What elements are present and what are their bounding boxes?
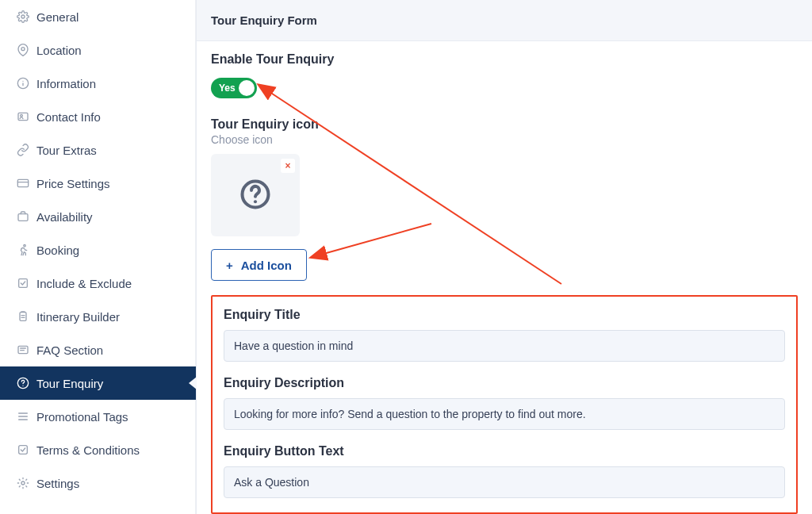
plus-icon: + [226, 259, 233, 272]
enquiry-fields-highlight-box: Enquiry Title Enquiry Description Enquir… [211, 295, 798, 514]
sidebar-item-tour-enquiry[interactable]: Tour Enquiry [0, 366, 196, 400]
sidebar-item-label: Tour Enquiry [36, 377, 103, 390]
sidebar-item-location[interactable]: Location [0, 33, 196, 67]
sidebar-item-label: Contact Info [36, 110, 101, 124]
enquiry-title-row: Enquiry Title [224, 308, 785, 362]
sidebar-item-terms-conditions[interactable]: Terms & Conditions [0, 433, 196, 466]
sidebar-item-label: Booking [36, 244, 79, 257]
section-header: Tour Enquiry Form [197, 0, 812, 41]
sidebar-item-label: Location [36, 44, 82, 57]
remove-icon-button[interactable]: × [281, 159, 295, 173]
sidebar-item-faq-section[interactable]: FAQ Section [0, 333, 196, 366]
contact-card-icon [14, 110, 32, 123]
enable-tour-enquiry-label: Enable Tour Enquiry [211, 52, 798, 67]
gear-icon [14, 10, 32, 23]
main-panel: Tour Enquiry Form Enable Tour Enquiry Ye… [197, 0, 812, 514]
sidebar-item-label: Settings [36, 477, 79, 490]
admin-tour-settings-root: General Location Information Contact Inf… [0, 0, 812, 514]
map-pin-icon [14, 44, 32, 56]
sidebar-item-label: Availability [36, 210, 93, 224]
svg-point-0 [21, 15, 25, 18]
clipboard-icon [14, 310, 32, 323]
check-circle-icon [14, 443, 32, 456]
sidebar-item-itinerary-builder[interactable]: Itinerary Builder [0, 300, 196, 333]
sidebar-item-label: Include & Exclude [36, 277, 132, 290]
add-icon-button[interactable]: + Add Icon [211, 249, 307, 281]
enquiry-title-input[interactable] [224, 330, 785, 362]
svg-rect-9 [18, 214, 28, 221]
sidebar-item-price-settings[interactable]: Price Settings [0, 167, 196, 200]
tour-enquiry-icon-subtitle: Choose icon [211, 133, 798, 146]
sidebar-item-label: Information [36, 77, 96, 90]
svg-rect-11 [19, 279, 28, 288]
toggle-state-label: Yes [219, 82, 236, 94]
enquiry-button-text-row: Enquiry Button Text [224, 444, 785, 498]
walking-icon [14, 244, 32, 256]
briefcase-icon [14, 210, 32, 223]
svg-rect-23 [19, 446, 28, 455]
question-circle-icon [238, 177, 273, 214]
enquiry-description-label: Enquiry Description [224, 376, 785, 390]
sidebar-item-information[interactable]: Information [0, 67, 196, 100]
enquiry-button-text-input[interactable] [224, 466, 785, 498]
sidebar-item-include-exclude[interactable]: Include & Exclude [0, 267, 196, 300]
sidebar-item-label: Terms & Conditions [36, 443, 140, 457]
sidebar-item-label: General [36, 10, 79, 24]
sidebar-item-contact-info[interactable]: Contact Info [0, 100, 196, 133]
enquiry-description-input[interactable] [224, 398, 785, 430]
svg-point-1 [21, 48, 25, 51]
svg-rect-7 [17, 179, 28, 186]
question-icon [14, 377, 32, 389]
link-icon [14, 144, 32, 156]
info-icon [14, 77, 32, 90]
svg-point-24 [21, 481, 25, 485]
enquiry-title-label: Enquiry Title [224, 308, 785, 322]
selected-icon-card[interactable]: × [211, 154, 300, 236]
sidebar-item-label: Itinerary Builder [36, 310, 120, 324]
tour-enquiry-icon-title: Tour Enquiry icon [211, 117, 798, 132]
add-icon-label: Add Icon [241, 259, 292, 272]
sidebar-item-label: Tour Extras [36, 144, 97, 157]
content-area: Enable Tour Enquiry Yes Tour Enquiry ico… [197, 41, 812, 514]
credit-card-icon [14, 177, 32, 190]
tag-list-icon [14, 410, 32, 423]
toggle-knob [239, 80, 255, 96]
faq-icon [14, 343, 32, 356]
sidebar-item-label: Promotional Tags [36, 410, 128, 424]
sidebar-item-settings[interactable]: Settings [0, 466, 196, 500]
sidebar-item-tour-extras[interactable]: Tour Extras [0, 133, 196, 167]
enquiry-description-row: Enquiry Description [224, 376, 785, 430]
svg-point-10 [24, 244, 25, 246]
sidebar-item-general[interactable]: General [0, 0, 196, 33]
sliders-icon [14, 477, 32, 489]
sidebar-item-label: FAQ Section [36, 343, 103, 357]
checklist-icon [14, 277, 32, 290]
tour-enquiry-icon-section: Tour Enquiry icon Choose icon × + Add Ic… [211, 117, 798, 281]
enquiry-button-text-label: Enquiry Button Text [224, 444, 785, 458]
sidebar-item-label: Price Settings [36, 177, 110, 190]
sidebar-item-availability[interactable]: Availability [0, 200, 196, 233]
enable-tour-enquiry-toggle[interactable]: Yes [211, 78, 257, 98]
section-title: Tour Enquiry Form [211, 13, 317, 27]
settings-sidebar: General Location Information Contact Inf… [0, 0, 197, 514]
sidebar-item-promotional-tags[interactable]: Promotional Tags [0, 400, 196, 433]
svg-rect-12 [20, 313, 26, 321]
svg-point-6 [21, 114, 23, 117]
sidebar-item-booking[interactable]: Booking [0, 233, 196, 267]
